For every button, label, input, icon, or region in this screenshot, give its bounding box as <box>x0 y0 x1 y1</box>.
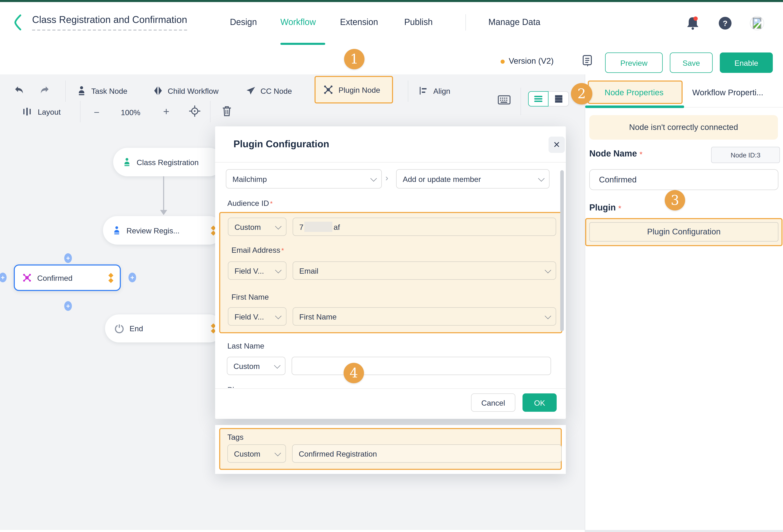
zoom-out-button[interactable]: − <box>94 107 99 118</box>
audience-value-prefix: 7 <box>299 223 304 231</box>
align-icon <box>418 86 428 96</box>
node-confirmed[interactable]: Confirmed <box>14 264 121 291</box>
node-warning-banner: Node isn't correctly connected <box>589 115 778 140</box>
tags-input[interactable]: Confirmed Registration <box>292 444 562 463</box>
version-bar: Version (V2) Preview Save Enable <box>0 45 783 75</box>
tab-workflow-properties[interactable]: Workflow Properti... <box>692 88 763 97</box>
last-name-input[interactable] <box>291 357 551 375</box>
last-name-label: Last Name <box>227 341 264 350</box>
redo-icon[interactable] <box>39 84 50 95</box>
start-node-icon <box>122 157 131 168</box>
undo-icon[interactable] <box>14 84 25 95</box>
modal-scrollbar[interactable] <box>560 170 564 331</box>
connector-arrowhead <box>160 210 167 215</box>
modal-footer-border <box>215 388 566 389</box>
active-panel-tab-underline <box>585 105 684 108</box>
add-cc-node-button[interactable]: CC Node <box>246 78 292 103</box>
close-icon[interactable]: × <box>549 137 565 153</box>
tags-mode-select[interactable]: Custom <box>227 444 286 463</box>
bottom-strip <box>585 530 783 532</box>
toolbar-divider <box>65 80 66 102</box>
redacted-value-block <box>305 222 333 232</box>
node-id-badge: Node ID:3 <box>711 147 780 163</box>
node-review-registration[interactable]: Review Regis... <box>103 216 223 244</box>
window-top-strip <box>0 0 783 2</box>
tab-extension[interactable]: Extension <box>340 17 378 28</box>
modal-title: Plugin Configuration <box>233 139 329 150</box>
add-node-plus-left[interactable]: + <box>0 273 7 282</box>
active-tab-underline <box>280 43 325 45</box>
node-name-label-row: Node Name * <box>589 149 643 159</box>
enable-button[interactable]: Enable <box>720 53 773 73</box>
header-nav: Class Registration and Confirmation Desi… <box>0 2 783 45</box>
connector-line <box>163 176 164 210</box>
add-task-node-button[interactable]: Task Node <box>76 78 127 103</box>
keyboard-shortcuts-icon[interactable] <box>498 95 511 105</box>
chevron-down-icon <box>545 312 551 319</box>
zoom-in-button[interactable]: + <box>163 105 169 118</box>
chevron-down-icon <box>275 223 282 229</box>
email-field-select[interactable]: Email <box>292 261 556 280</box>
chevron-down-icon <box>370 175 377 181</box>
mapping-highlight-group: Custom 7 af Email Address* Field V... Em… <box>219 212 562 333</box>
required-asterisk: * <box>639 149 643 158</box>
first-name-field-select[interactable]: First Name <box>292 307 556 326</box>
add-node-plus-bottom[interactable]: + <box>64 301 72 311</box>
properties-panel: Node Properties Workflow Properti... Nod… <box>585 74 783 530</box>
audience-mode-select[interactable]: Custom <box>228 218 286 236</box>
provider-select[interactable]: Mailchimp <box>226 169 382 189</box>
layout-label: Layout <box>38 107 61 116</box>
node-name-label: Node Name <box>589 149 637 159</box>
align-label: Align <box>433 87 450 95</box>
ok-button[interactable]: OK <box>523 393 557 412</box>
help-icon[interactable]: ? <box>719 17 731 30</box>
node-label: End <box>129 324 143 333</box>
center-locate-icon[interactable] <box>189 105 201 117</box>
nav-divider <box>465 14 466 31</box>
cancel-button[interactable]: Cancel <box>471 393 515 412</box>
audience-id-input[interactable]: 7 af <box>292 218 556 236</box>
last-name-mode-select[interactable]: Custom <box>227 357 285 375</box>
version-status-dot <box>501 60 505 64</box>
node-name-input[interactable]: Confirmed <box>589 169 778 190</box>
layout-button[interactable]: Layout <box>23 103 61 120</box>
view-toggle-list-active[interactable] <box>528 91 549 106</box>
preview-button[interactable]: Preview <box>605 53 663 73</box>
delete-trash-icon[interactable] <box>221 105 232 117</box>
view-toggle-stack[interactable] <box>549 91 569 106</box>
annotation-badge-1: 1 <box>344 49 365 69</box>
first-name-field-value: First Name <box>299 312 337 321</box>
add-plugin-node-button[interactable]: Plugin Node <box>315 76 393 103</box>
tab-design[interactable]: Design <box>230 17 257 28</box>
node-warning-indicator-icon <box>212 324 215 333</box>
tab-workflow[interactable]: Workflow <box>280 17 316 28</box>
align-button[interactable]: Align <box>418 78 450 103</box>
toolbar-divider <box>521 88 521 115</box>
last-name-mode-value: Custom <box>233 362 260 370</box>
plugin-configuration-button[interactable]: Plugin Configuration <box>589 222 778 241</box>
chevron-down-icon <box>274 362 281 368</box>
back-button[interactable] <box>12 13 24 32</box>
cc-node-icon <box>246 85 256 96</box>
node-warning-indicator-icon <box>212 226 215 235</box>
chevron-down-icon <box>275 450 281 456</box>
tab-manage-data[interactable]: Manage Data <box>488 17 540 28</box>
comment-icon[interactable] <box>582 55 593 68</box>
add-child-workflow-button[interactable]: Child Workflow <box>153 78 219 103</box>
child-workflow-label: Child Workflow <box>168 87 219 95</box>
add-node-plus-right[interactable]: + <box>128 273 136 282</box>
page-title: Class Registration and Confirmation <box>32 14 187 31</box>
plugin-label-row: Plugin * <box>589 203 621 213</box>
save-button[interactable]: Save <box>670 53 713 73</box>
action-select[interactable]: Add or update member <box>396 169 550 189</box>
avatar-broken-image-icon[interactable] <box>750 15 764 31</box>
node-end[interactable]: End <box>105 314 223 342</box>
tab-node-properties[interactable]: Node Properties <box>604 88 663 97</box>
email-mode-select[interactable]: Field V... <box>228 261 286 280</box>
first-name-mode-select[interactable]: Field V... <box>228 307 286 326</box>
notification-bell-icon[interactable] <box>686 15 699 31</box>
node-class-registration[interactable]: Class Registration <box>113 148 223 176</box>
add-node-plus-top[interactable]: + <box>64 253 72 263</box>
first-name-label: First Name <box>231 293 269 301</box>
tab-publish[interactable]: Publish <box>404 17 433 28</box>
